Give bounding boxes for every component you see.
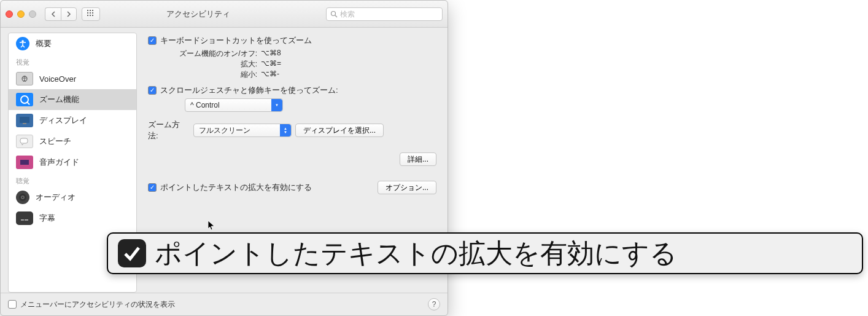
zoom-in-shortcut-row: 拡大: ⌥⌘= xyxy=(163,59,436,69)
sidebar-item-label: スピーチ xyxy=(39,136,71,147)
window-close-button[interactable] xyxy=(6,10,13,18)
keyboard-shortcut-zoom-row: ✓ キーボードショートカットを使ってズーム xyxy=(148,35,436,46)
keyboard-shortcut-zoom-checkbox[interactable]: ✓ xyxy=(148,36,157,45)
sidebar-item-display[interactable]: ディスプレイ xyxy=(9,110,136,131)
nav-back-forward xyxy=(45,7,77,21)
hover-text-overlay-checkbox xyxy=(118,239,146,267)
modifier-key-row: ^ Control ▼ xyxy=(185,98,436,112)
help-button[interactable]: ? xyxy=(428,298,440,310)
window-controls xyxy=(6,10,36,18)
chevron-updown-icon: ▲▼ xyxy=(280,124,291,136)
sidebar-section-hearing: 聴覚 xyxy=(9,173,136,187)
svg-rect-22 xyxy=(19,214,30,223)
search-field[interactable] xyxy=(326,7,443,21)
svg-rect-16 xyxy=(20,138,28,143)
hover-text-label: ポイントしたテキストの拡大を有効にする xyxy=(160,182,312,193)
svg-point-9 xyxy=(331,11,336,15)
titlebar: アクセシビリティ xyxy=(1,1,448,28)
sidebar-item-overview[interactable]: 概要 xyxy=(9,33,136,54)
scroll-gesture-zoom-row: ✓ スクロールジェスチャと修飾キーを使ってズーム: xyxy=(148,85,436,96)
modifier-key-select[interactable]: ^ Control ▼ xyxy=(185,98,283,112)
chevron-left-icon xyxy=(51,11,56,17)
svg-rect-5 xyxy=(92,12,93,14)
svg-rect-7 xyxy=(90,15,91,16)
sidebar-item-voiceover[interactable]: VoiceOver xyxy=(9,68,136,89)
svg-rect-15 xyxy=(23,123,26,124)
keyboard-shortcut-zoom-label: キーボードショートカットを使ってズーム xyxy=(160,35,312,46)
svg-rect-2 xyxy=(92,10,93,11)
svg-rect-24 xyxy=(25,219,28,221)
captions-icon xyxy=(16,211,33,225)
scroll-gesture-zoom-label: スクロールジェスチャと修飾キーを使ってズーム: xyxy=(160,85,338,96)
svg-point-13 xyxy=(24,76,25,77)
audio-descriptions-icon xyxy=(16,156,33,169)
sidebar-item-label: ディスプレイ xyxy=(39,115,87,126)
zoom-style-row: ズーム方法: フルスクリーン ▲▼ ディスプレイを選択... xyxy=(148,119,436,141)
sidebar-item-label: 字幕 xyxy=(39,213,55,224)
window-title: アクセシビリティ xyxy=(166,9,230,20)
svg-rect-8 xyxy=(92,15,93,16)
hover-text-overlay: ポイントしたテキストの拡大を有効にする xyxy=(107,232,863,274)
zoom-style-select[interactable]: フルスクリーン ▲▼ xyxy=(193,124,292,137)
checkmark-icon xyxy=(123,244,141,263)
zoom-out-label: 縮小: xyxy=(163,69,261,80)
speech-icon xyxy=(16,135,33,148)
sidebar-item-label: 音声ガイド xyxy=(39,157,79,168)
menu-bar-status-checkbox[interactable] xyxy=(8,300,17,309)
svg-line-10 xyxy=(335,15,337,17)
sidebar-item-label: 概要 xyxy=(36,38,52,49)
choose-display-button[interactable]: ディスプレイを選択... xyxy=(295,124,384,137)
svg-rect-23 xyxy=(21,219,24,221)
zoom-style-value: フルスクリーン xyxy=(199,125,250,136)
toggle-zoom-value: ⌥⌘8 xyxy=(261,49,281,59)
sidebar-item-audio-descriptions[interactable]: 音声ガイド xyxy=(9,152,136,173)
advanced-row: 詳細... xyxy=(148,152,436,166)
hover-text-checkbox[interactable]: ✓ xyxy=(148,183,157,192)
zoom-in-value: ⌥⌘= xyxy=(261,59,281,69)
accessibility-icon xyxy=(16,37,29,50)
chevron-right-icon xyxy=(66,11,71,17)
modifier-key-value: ^ Control xyxy=(190,101,220,109)
svg-rect-6 xyxy=(87,15,88,16)
footer: メニューバーにアクセシビリティの状況を表示 ? xyxy=(1,293,448,315)
advanced-button[interactable]: 詳細... xyxy=(400,152,436,166)
show-all-button[interactable] xyxy=(82,7,100,21)
back-button[interactable] xyxy=(45,7,61,21)
svg-rect-3 xyxy=(87,12,88,14)
sidebar-item-zoom[interactable]: ズーム機能 xyxy=(9,89,136,110)
speaker-icon xyxy=(16,191,29,204)
sidebar-item-captions[interactable]: 字幕 xyxy=(9,208,136,229)
options-label: オプション... xyxy=(386,183,428,193)
sidebar-item-label: VoiceOver xyxy=(39,74,76,84)
hover-text-options-button[interactable]: オプション... xyxy=(378,181,436,194)
sidebar-item-speech[interactable]: スピーチ xyxy=(9,131,136,152)
scroll-gesture-zoom-checkbox[interactable]: ✓ xyxy=(148,86,157,95)
choose-display-label: ディスプレイを選択... xyxy=(303,125,376,136)
svg-rect-14 xyxy=(20,117,29,123)
menu-bar-status-label: メニューバーにアクセシビリティの状況を表示 xyxy=(20,299,175,310)
chevron-down-icon: ▼ xyxy=(271,99,282,111)
svg-rect-1 xyxy=(90,10,91,11)
zoom-out-value: ⌥⌘- xyxy=(261,69,279,80)
zoom-out-shortcut-row: 縮小: ⌥⌘- xyxy=(163,69,436,80)
toggle-zoom-label: ズーム機能のオン/オフ: xyxy=(163,49,261,59)
window-zoom-button[interactable] xyxy=(29,10,36,18)
grid-icon xyxy=(87,10,95,18)
sidebar-item-label: ズーム機能 xyxy=(39,94,79,105)
zoom-style-label: ズーム方法: xyxy=(148,119,190,141)
svg-rect-0 xyxy=(87,10,88,11)
sidebar-item-audio[interactable]: オーディオ xyxy=(9,187,136,208)
display-icon xyxy=(16,114,33,127)
window-minimize-button[interactable] xyxy=(17,10,25,18)
sidebar-section-vision: 視覚 xyxy=(9,54,136,68)
svg-point-21 xyxy=(22,197,23,198)
voiceover-icon xyxy=(16,72,33,85)
zoom-icon xyxy=(16,93,33,106)
svg-rect-4 xyxy=(90,12,91,14)
forward-button[interactable] xyxy=(61,7,77,21)
zoom-in-label: 拡大: xyxy=(163,59,261,69)
toggle-zoom-shortcut-row: ズーム機能のオン/オフ: ⌥⌘8 xyxy=(163,49,436,59)
cursor-icon xyxy=(207,220,216,231)
advanced-label: 詳細... xyxy=(408,154,428,165)
search-input[interactable] xyxy=(340,10,438,18)
